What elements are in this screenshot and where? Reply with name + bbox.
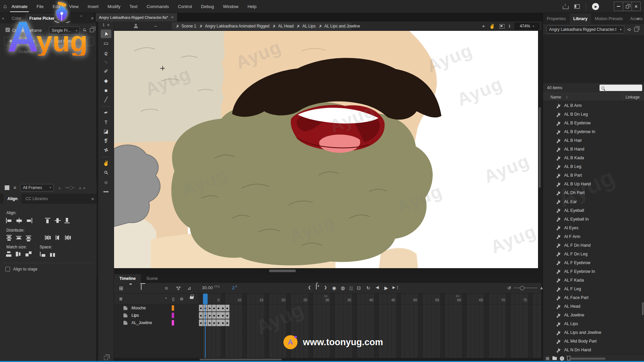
center-stage-icon[interactable]: ⌖	[482, 23, 485, 29]
tool-button[interactable]: ╱	[101, 95, 111, 104]
timeline-tab[interactable]: Scene	[141, 274, 163, 283]
timeline-horizontal-scrollbar[interactable]	[114, 358, 541, 361]
item-properties-icon[interactable]: i	[560, 356, 564, 361]
collapse-tools-icon[interactable]: «	[80, 14, 82, 18]
layer-keyframes[interactable]	[199, 312, 230, 319]
library-item[interactable]: AL Ear	[543, 197, 644, 206]
library-document-dropdown[interactable]: Angry Lakkadhara Rigged Character.fla ▾	[546, 25, 624, 34]
tool-button[interactable]: ⚲	[101, 168, 111, 177]
tool-button[interactable]: ϱ	[101, 48, 111, 57]
menu-item[interactable]: Help	[248, 4, 257, 9]
library-horizontal-scrollbar[interactable]	[569, 358, 605, 360]
library-item[interactable]: AL B Kada	[543, 154, 644, 162]
size-slider[interactable]	[65, 187, 74, 188]
collapse-panel-icon[interactable]: «	[2, 16, 4, 21]
step-back-icon[interactable]: ◀▏	[376, 285, 381, 290]
library-item[interactable]: AL B Hair	[543, 136, 644, 145]
layer-color-swatch[interactable]	[172, 305, 174, 311]
column-divider[interactable]	[623, 94, 623, 101]
pin-library-icon[interactable]: ⚲	[627, 28, 632, 31]
current-frame-display[interactable]: 2F	[232, 285, 237, 290]
library-item[interactable]: AL F Eyebrow In	[543, 267, 644, 276]
layer-color-swatch[interactable]	[172, 320, 174, 325]
tool-button[interactable]: ■	[101, 86, 111, 95]
fill-column-icon[interactable]: ▯	[172, 296, 174, 301]
list-view-icon[interactable]: ≡	[13, 185, 16, 190]
grid-view-icon[interactable]	[5, 185, 9, 190]
timeline-zoom-slider[interactable]	[514, 288, 537, 288]
library-item[interactable]: AL Mid Body Part	[543, 337, 644, 346]
layer-color-swatch[interactable]	[172, 313, 174, 318]
distribute-icon-button[interactable]	[25, 235, 32, 240]
timeline-layer-row[interactable]: AL_Jowline	[114, 319, 199, 326]
distribute-icon-button[interactable]	[55, 235, 61, 240]
library-item[interactable]: AL Lips	[543, 319, 644, 328]
minimize-button[interactable]	[614, 2, 623, 11]
snippets-icon[interactable]	[104, 356, 108, 360]
library-item[interactable]: AL B Eyebrow	[543, 119, 644, 127]
close-button[interactable]: ✕	[632, 2, 640, 11]
zoom-stepper[interactable]: ▴▾	[509, 24, 510, 28]
rotate-stage-icon[interactable]: ✌	[489, 23, 495, 29]
document-tab[interactable]: Angry Lakkadhara Rigged Character.fla* ✕	[96, 13, 177, 21]
library-item[interactable]: AL Head	[543, 302, 644, 311]
outline-column-icon[interactable]: •	[165, 296, 167, 300]
breadcrumb-item[interactable]: AL Lips	[296, 24, 316, 28]
stage-vertical-scrollbar[interactable]	[538, 31, 541, 268]
match-size-icon-button[interactable]	[16, 251, 22, 257]
tool-button[interactable]: ∿	[101, 58, 111, 66]
timeline-layer-row[interactable]: Lips	[114, 312, 199, 319]
library-item[interactable]: AL F Kada	[543, 276, 644, 285]
tool-button[interactable]: ◆	[101, 76, 111, 85]
tool-button[interactable]: ✜	[101, 146, 111, 155]
menu-item[interactable]: Commands	[147, 4, 169, 9]
layer-keyframes[interactable]	[199, 305, 230, 311]
tool-button[interactable]: ➤	[101, 29, 111, 38]
tool-button[interactable]: ✐	[101, 67, 111, 76]
parenting-view-icon[interactable]: ⁂	[176, 285, 181, 291]
align-icon-button[interactable]	[55, 218, 61, 223]
panel-tab[interactable]: CC Libraries	[21, 194, 52, 204]
frame-options-icon[interactable]: ⊡	[357, 285, 361, 291]
thumbnail-size-icon[interactable]: ▲▲	[78, 185, 86, 190]
tool-button[interactable]: ✌	[101, 159, 111, 168]
distribute-icon-button[interactable]	[64, 235, 71, 240]
menu-item[interactable]: Debug	[201, 4, 214, 9]
menu-item[interactable]: View	[69, 4, 78, 9]
library-item[interactable]: AL F Leg	[543, 285, 644, 293]
insert-keyframe-icon[interactable]	[316, 284, 317, 290]
reset-timeline-zoom-icon[interactable]: ↺	[507, 285, 511, 291]
test-movie-icon[interactable]: ▶	[592, 3, 599, 10]
stage-canvas[interactable]: Ayug Ayug Ayug Ayug Ayug Ayug Ayug Ayug …	[114, 31, 538, 268]
menu-item[interactable]: Text	[129, 4, 138, 9]
fps-display[interactable]: 30.00FPS	[202, 285, 220, 290]
tool-button[interactable]: •••	[101, 187, 111, 196]
tool-button[interactable]: ▭	[101, 39, 111, 48]
visibility-column-icon[interactable]: ⊘	[180, 296, 183, 301]
first-frame-radio[interactable]: First frame	[9, 39, 35, 44]
library-item[interactable]: AL Eyeball	[543, 206, 644, 215]
distribute-icon-button[interactable]	[6, 235, 13, 240]
align-icon-button[interactable]	[64, 218, 71, 223]
duplicate-icon[interactable]	[90, 28, 94, 32]
menu-item[interactable]: Window	[223, 4, 238, 9]
menu-item[interactable]: Control	[178, 4, 192, 9]
library-item[interactable]: AL Face Part	[543, 293, 644, 302]
breadcrumb-item[interactable]: Scene 1	[175, 24, 196, 28]
tool-button[interactable]: ◙	[101, 178, 111, 186]
panel-tab[interactable]: Align	[3, 194, 21, 204]
library-item[interactable]: AL F Dn Leg	[543, 250, 644, 258]
panel-tab[interactable]: Frame Picker	[25, 13, 58, 23]
library-item[interactable]: AL F Dn Hand	[543, 241, 644, 250]
tool-button[interactable]: ◪	[101, 127, 111, 136]
restore-button[interactable]	[623, 2, 632, 11]
library-item[interactable]: AL B Up Hand	[543, 180, 644, 188]
toolbar-menu-icon[interactable]: ≡	[107, 23, 109, 27]
home-icon[interactable]: ⌂	[3, 3, 7, 10]
layer-keyframes[interactable]	[199, 319, 230, 326]
share-icon[interactable]	[563, 4, 568, 9]
edit-scene-icon[interactable]	[133, 24, 138, 28]
create-keyframe-checkbox[interactable]: ✓	[5, 27, 10, 32]
lock-column-icon[interactable]	[190, 296, 194, 299]
prev-keyframe-icon[interactable]: ❮	[308, 285, 311, 290]
